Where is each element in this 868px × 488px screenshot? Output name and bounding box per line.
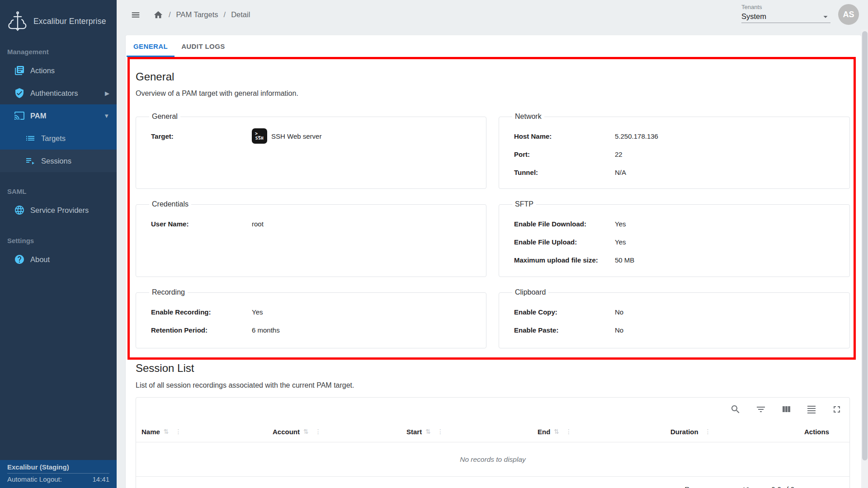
sidebar: Excalibur Enterprise Management Actions … [0,0,117,488]
content-panel: GENERAL AUDIT LOGS General Overview of a… [126,35,861,488]
sidebar-item-label: Targets [41,134,66,143]
column-menu-icon[interactable]: ⋮ [705,428,711,435]
rows-per-page-select[interactable]: 10 [742,485,760,488]
sidebar-group-pam: PAM ▼ Targets Sessions [0,104,117,172]
tenant-select[interactable]: System [741,10,830,23]
field-enable-recording: Enable Recording: Yes [151,303,479,321]
scrollbar-track [861,29,868,488]
tenant-selector: Tenants System [741,4,830,23]
column-header-duration: Duration ⋮ [670,421,711,442]
table-toolbar [136,398,849,421]
field-value: SSH Web server [271,132,321,140]
field-enable-file-upload: Enable File Upload: Yes [514,233,842,251]
field-port: Port: 22 [514,145,842,163]
cast-screen-icon [14,110,25,121]
column-header-actions: Actions [804,421,829,442]
column-menu-icon[interactable]: ⋮ [315,428,321,435]
sidebar-footer: Excalibur (Staging) Automatic Logout: 14… [0,460,117,488]
breadcrumb-pam-targets[interactable]: PAM Targets [176,10,218,19]
column-header-name: Name ⇅ ⋮ [142,421,182,442]
table-pagination: Rows per page 10 0-0 of 0 [136,476,849,488]
density-icon[interactable] [806,404,817,415]
brand-title: Excalibur Enterprise [33,17,106,26]
search-icon[interactable] [730,404,741,415]
scrollbar-thumb[interactable] [862,31,868,460]
field-label: Enable File Upload: [514,238,615,246]
filter-icon[interactable] [755,404,766,415]
column-menu-icon[interactable]: ⋮ [175,428,182,435]
session-list-title: Session List [136,362,194,375]
field-value: No [615,326,623,334]
sidebar-item-service-providers[interactable]: Service Providers [0,199,117,221]
columns-icon[interactable] [781,404,792,415]
user-avatar[interactable]: AS [838,4,859,25]
card-credentials: Credentials User Name: root [136,200,486,277]
sidebar-item-targets[interactable]: Targets [0,127,117,150]
sidebar-item-pam[interactable]: PAM ▼ [0,104,117,127]
field-value: 22 [615,150,623,158]
brand: Excalibur Enterprise [0,0,117,32]
field-enable-copy: Enable Copy: No [514,303,842,321]
tenant-value: System [741,12,766,21]
field-value: Yes [252,308,263,316]
card-network: Network Host Name: 5.250.178.136 Port: 2… [499,113,850,189]
pagination-range: 0-0 of 0 [771,485,794,488]
menu-icon[interactable] [131,10,141,20]
field-value: root [252,220,264,228]
fullscreen-icon[interactable] [831,404,842,415]
field-value: N/A [615,169,626,176]
sort-icon[interactable]: ⇅ [554,428,559,435]
sort-icon[interactable]: ⇅ [164,428,169,435]
field-label: User Name: [151,220,252,228]
sidebar-item-sessions[interactable]: Sessions [0,150,117,172]
tab-general[interactable]: GENERAL [127,35,175,57]
next-page-icon[interactable] [829,485,840,488]
card-legend: General [149,113,180,121]
breadcrumb-detail: Detail [231,10,250,19]
sidebar-section-settings: Settings [7,237,117,244]
list-icon [25,133,36,144]
sidebar-item-label: PAM [30,112,46,120]
field-user-name: User Name: root [151,215,479,233]
field-label: Tunnel: [514,169,615,176]
field-value: 5.250.178.136 [615,132,658,140]
environment-name: Excalibur (Staging) [7,463,109,471]
sort-icon[interactable]: ⇅ [425,428,431,435]
overview-cards: General Target: >_ SSH SSH Web server Ne… [136,113,850,348]
sidebar-section-saml: SAML [7,188,117,195]
playlist-play-icon [25,155,36,166]
tab-audit-logs[interactable]: AUDIT LOGS [175,35,232,57]
column-menu-icon[interactable]: ⋮ [437,428,443,435]
footer-divider [7,473,109,474]
tenants-label: Tenants [741,4,830,10]
sidebar-item-authenticators[interactable]: Authenticators ▶ [0,82,117,104]
home-icon[interactable] [153,10,163,20]
field-enable-file-download: Enable File Download: Yes [514,215,842,233]
sidebar-item-label: Actions [30,66,55,75]
column-menu-icon[interactable]: ⋮ [566,428,572,435]
field-label: Retention Period: [151,326,252,334]
session-table: Name ⇅ ⋮ Account ⇅ ⋮ Start ⇅ ⋮ End ⇅ ⋮ D… [136,397,850,488]
sidebar-item-actions[interactable]: Actions [0,59,117,82]
sidebar-item-label: Service Providers [30,206,89,215]
sidebar-item-label: Authenticators [30,89,78,98]
chevron-right-icon: ▶ [105,90,109,97]
sidebar-item-label: About [30,255,50,264]
card-legend: Credentials [149,200,191,208]
field-value: 6 months [252,326,280,334]
rows-per-page-label: Rows per page [685,485,731,488]
field-target: Target: >_ SSH SSH Web server [151,127,479,145]
column-header-account: Account ⇅ ⋮ [273,421,321,442]
page-title: General [136,70,174,83]
sidebar-item-about[interactable]: About [0,248,117,271]
sort-icon[interactable]: ⇅ [303,428,309,435]
card-legend: SFTP [512,200,536,208]
previous-page-icon[interactable] [806,485,817,488]
field-label: Host Name: [514,132,615,140]
card-legend: Recording [149,288,188,296]
field-label: Enable Copy: [514,308,615,316]
topbar: / PAM Targets / Detail Tenants System AS [117,0,868,29]
empty-table-message: No records to display [136,442,849,476]
field-value: 50 MB [615,256,634,264]
help-icon [14,254,25,265]
